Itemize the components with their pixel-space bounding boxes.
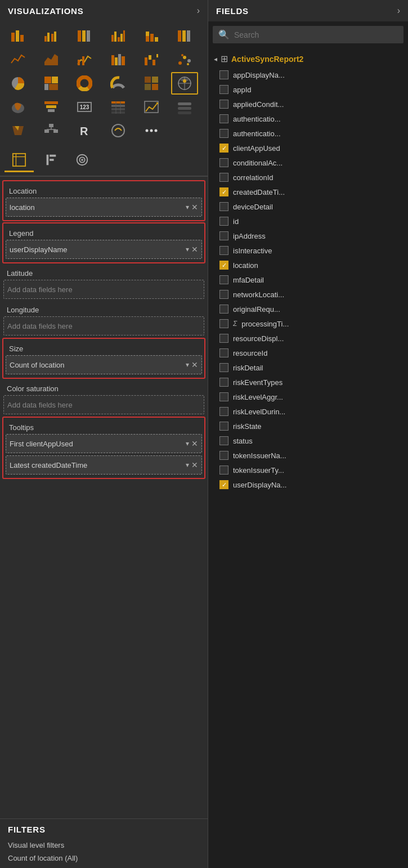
viz-matrix[interactable] (138, 72, 165, 95)
field-checkbox[interactable] (219, 480, 228, 489)
viz-stacked-bar[interactable] (5, 25, 32, 47)
viz-funnel[interactable] (38, 96, 65, 118)
visualizations-collapse-arrow[interactable]: › (197, 6, 200, 16)
field-item[interactable]: ipAddress (208, 229, 408, 243)
tab-format[interactable] (36, 149, 65, 172)
field-checkbox[interactable] (219, 70, 228, 79)
viz-slicer[interactable] (171, 96, 198, 118)
field-checkbox[interactable] (219, 422, 228, 431)
field-checkbox[interactable] (219, 158, 228, 167)
legend-field-box[interactable]: userDisplayName ▾ ✕ (6, 240, 202, 259)
viz-line[interactable] (5, 48, 32, 71)
viz-donut[interactable] (71, 72, 98, 95)
tooltips-field-box-2[interactable]: Latest createdDateTime ▾ ✕ (6, 455, 202, 475)
field-item[interactable]: authenticatio... (208, 126, 408, 141)
field-item[interactable]: correlationId (208, 170, 408, 185)
viz-shape-map[interactable] (5, 119, 32, 142)
field-checkbox[interactable] (219, 436, 228, 445)
tab-fields[interactable] (5, 149, 34, 172)
fields-collapse-arrow[interactable]: › (397, 6, 400, 16)
field-item[interactable]: originalRequ... (208, 302, 408, 316)
viz-r-script[interactable]: R (71, 119, 98, 142)
field-item[interactable]: riskState (208, 419, 408, 433)
color-saturation-field-box[interactable]: Add data fields here (3, 395, 204, 414)
viz-python[interactable] (105, 119, 132, 142)
field-item[interactable]: resourceId (208, 346, 408, 360)
field-item[interactable]: networkLocati... (208, 287, 408, 302)
viz-filled-map[interactable] (5, 96, 32, 118)
viz-treemap[interactable] (38, 72, 65, 95)
field-item[interactable]: location (208, 258, 408, 272)
location-field-box[interactable]: location ▾ ✕ (6, 198, 202, 217)
viz-waterfall[interactable] (138, 48, 165, 71)
field-item[interactable]: mfaDetail (208, 272, 408, 287)
filter-item-visual-level[interactable]: Visual level filters (8, 839, 200, 852)
tab-analytics[interactable] (68, 149, 97, 172)
field-item[interactable]: appId (208, 82, 408, 97)
field-checkbox[interactable] (219, 275, 228, 284)
field-checkbox[interactable] (219, 217, 228, 226)
field-checkbox[interactable] (219, 363, 228, 372)
viz-gauge[interactable] (105, 72, 132, 95)
field-checkbox[interactable] (219, 187, 228, 196)
viz-map[interactable] (171, 72, 198, 95)
viz-area[interactable] (38, 48, 65, 71)
field-item[interactable]: appDisplayNa... (208, 68, 408, 82)
field-item[interactable]: riskDetail (208, 360, 408, 375)
viz-table[interactable] (105, 96, 132, 118)
legend-close-icon[interactable]: ✕ (191, 245, 198, 254)
viz-pie[interactable] (5, 72, 32, 95)
field-item[interactable]: id (208, 214, 408, 229)
field-item[interactable]: tokenIssuerTy... (208, 463, 408, 477)
tooltips-field-box-1[interactable]: First clientAppUsed ▾ ✕ (6, 434, 202, 453)
field-checkbox[interactable] (219, 407, 228, 416)
filter-item-count-location[interactable]: Count of location (All) (8, 852, 200, 865)
legend-chevron-icon[interactable]: ▾ (186, 245, 189, 253)
field-checkbox[interactable] (219, 305, 228, 314)
field-checkbox[interactable] (219, 261, 228, 270)
fields-group-header[interactable]: ◂ ⊞ ActiveSyncReport2 (208, 50, 408, 68)
viz-more[interactable] (138, 119, 165, 142)
field-checkbox[interactable] (219, 392, 228, 401)
field-checkbox[interactable] (219, 144, 228, 153)
field-checkbox[interactable] (219, 290, 228, 299)
field-checkbox[interactable] (219, 202, 228, 211)
field-checkbox[interactable] (219, 334, 228, 343)
field-checkbox[interactable] (219, 85, 228, 94)
viz-clustered-column[interactable] (105, 25, 132, 47)
field-checkbox[interactable] (219, 319, 228, 328)
field-item[interactable]: tokenIssuerNa... (208, 448, 408, 463)
viz-ribbon[interactable] (105, 48, 132, 71)
field-item[interactable]: status (208, 433, 408, 448)
field-item[interactable]: conditionalAc... (208, 155, 408, 170)
tooltips-close-icon-1[interactable]: ✕ (191, 439, 198, 448)
field-item[interactable]: appliedCondit... (208, 97, 408, 111)
viz-clustered-bar[interactable] (38, 25, 65, 47)
size-chevron-icon[interactable]: ▾ (186, 361, 189, 369)
viz-stacked-column[interactable] (138, 25, 165, 47)
field-checkbox[interactable] (219, 114, 228, 123)
field-checkbox[interactable] (219, 246, 228, 255)
viz-100-column[interactable] (171, 25, 198, 47)
search-input[interactable] (234, 30, 398, 39)
field-item[interactable]: riskLevelDurin... (208, 404, 408, 419)
field-checkbox[interactable] (219, 100, 228, 109)
field-item[interactable]: userDisplayNa... (208, 477, 408, 492)
longitude-field-box[interactable]: Add data fields here (3, 316, 204, 335)
field-item[interactable]: authenticatio... (208, 111, 408, 126)
field-checkbox[interactable] (219, 173, 228, 182)
tooltips-chevron-icon-1[interactable]: ▾ (186, 440, 189, 448)
field-item[interactable]: riskLevelAggr... (208, 390, 408, 404)
field-checkbox[interactable] (219, 466, 228, 475)
field-item[interactable]: deviceDetail (208, 199, 408, 214)
field-item[interactable]: resourceDispl... (208, 331, 408, 346)
size-field-box[interactable]: Count of location ▾ ✕ (6, 355, 202, 374)
field-checkbox[interactable] (219, 231, 228, 240)
field-checkbox[interactable] (219, 378, 228, 387)
field-checkbox[interactable] (219, 348, 228, 357)
viz-kpi[interactable] (138, 96, 165, 118)
viz-scatter[interactable] (171, 48, 198, 71)
viz-line-clustered[interactable] (71, 48, 98, 71)
field-checkbox[interactable] (219, 451, 228, 460)
viz-card[interactable]: 123 (71, 96, 98, 118)
